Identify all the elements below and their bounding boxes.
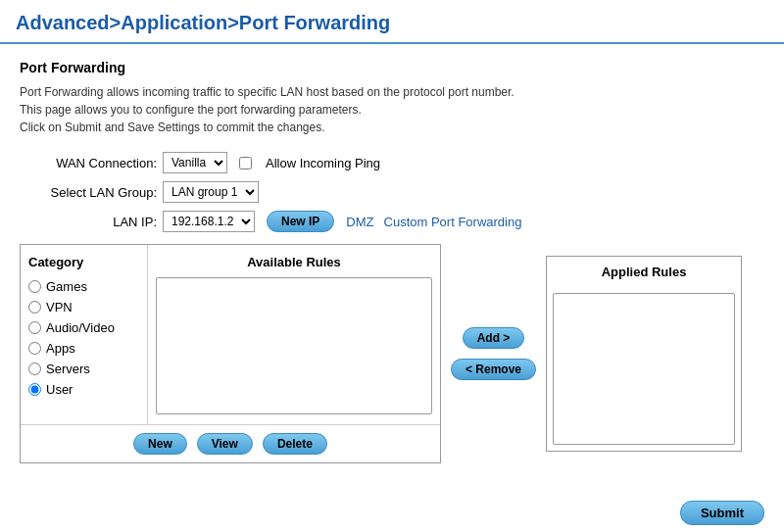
description-line3: Click on Submit and Save Settings to com… (20, 119, 764, 136)
delete-button[interactable]: Delete (263, 433, 327, 455)
category-item-audio-video: Audio/Video (28, 320, 139, 335)
main-content: Port Forwarding Port Forwarding allows i… (0, 44, 784, 479)
applied-rules-header: Applied Rules (547, 257, 741, 287)
panels-area: Category Games VPN Audio/Video (20, 244, 764, 463)
category-item-servers: Servers (28, 362, 139, 376)
available-rules-listbox[interactable] (156, 277, 432, 414)
category-item-apps: Apps (28, 341, 139, 356)
page-header: Advanced>Application>Port Forwarding (0, 0, 784, 44)
middle-buttons: Add > < Remove (451, 327, 536, 380)
category-radio-vpn[interactable] (28, 301, 41, 314)
lan-ip-label: LAN IP: (20, 215, 157, 229)
wan-select[interactable]: Vanilla (163, 152, 227, 173)
right-panel: Applied Rules (546, 256, 742, 452)
description: Port Forwarding allows incoming traffic … (20, 83, 764, 136)
left-panel-footer: New View Delete (21, 424, 440, 462)
category-label-user: User (46, 382, 73, 397)
submit-button[interactable]: Submit (680, 501, 764, 525)
dmz-link[interactable]: DMZ (346, 215, 373, 229)
allow-ping-label: Allow Incoming Ping (266, 156, 380, 170)
page-title: Advanced>Application>Port Forwarding (16, 12, 768, 34)
available-rules-column: Available Rules (148, 245, 440, 424)
category-radio-games[interactable] (28, 280, 41, 293)
category-radio-servers[interactable] (28, 363, 41, 375)
category-item-user: User (28, 382, 139, 397)
lan-group-row: Select LAN Group: LAN group 1 (20, 181, 764, 203)
category-item-vpn: VPN (28, 300, 139, 314)
category-radio-user[interactable] (28, 383, 41, 396)
remove-button[interactable]: < Remove (451, 359, 536, 380)
lan-group-select[interactable]: LAN group 1 (163, 181, 259, 203)
submit-area: Submit (0, 489, 784, 532)
category-label-apps: Apps (46, 341, 75, 356)
category-item-games: Games (28, 279, 139, 294)
custom-port-forwarding-link[interactable]: Custom Port Forwarding (384, 215, 522, 229)
category-column: Category Games VPN Audio/Video (21, 245, 148, 424)
left-panel: Category Games VPN Audio/Video (20, 244, 441, 463)
applied-rules-listbox[interactable] (553, 293, 735, 445)
wan-row: WAN Connection: Vanilla Allow Incoming P… (20, 152, 764, 173)
category-label-vpn: VPN (46, 300, 73, 314)
lan-group-label: Select LAN Group: (20, 185, 157, 200)
allow-ping-checkbox[interactable] (239, 157, 252, 169)
category-radio-audio-video[interactable] (28, 321, 41, 334)
category-header: Category (28, 255, 139, 269)
left-panel-inner: Category Games VPN Audio/Video (21, 245, 440, 424)
category-label-audio-video: Audio/Video (46, 320, 115, 335)
category-label-servers: Servers (46, 362, 90, 376)
view-button[interactable]: View (197, 433, 253, 455)
category-radio-apps[interactable] (28, 342, 41, 355)
lan-ip-row: LAN IP: 192.168.1.2 New IP DMZ Custom Po… (20, 211, 764, 232)
category-label-games: Games (46, 279, 87, 294)
description-line2: This page allows you to configure the po… (20, 101, 764, 119)
description-line1: Port Forwarding allows incoming traffic … (20, 83, 764, 101)
lan-ip-select[interactable]: 192.168.1.2 (163, 211, 255, 232)
new-ip-button[interactable]: New IP (267, 211, 334, 232)
section-title: Port Forwarding (20, 60, 764, 75)
wan-label: WAN Connection: (20, 156, 157, 170)
add-button[interactable]: Add > (463, 327, 525, 349)
available-rules-header: Available Rules (156, 255, 432, 269)
new-button[interactable]: New (133, 433, 187, 455)
